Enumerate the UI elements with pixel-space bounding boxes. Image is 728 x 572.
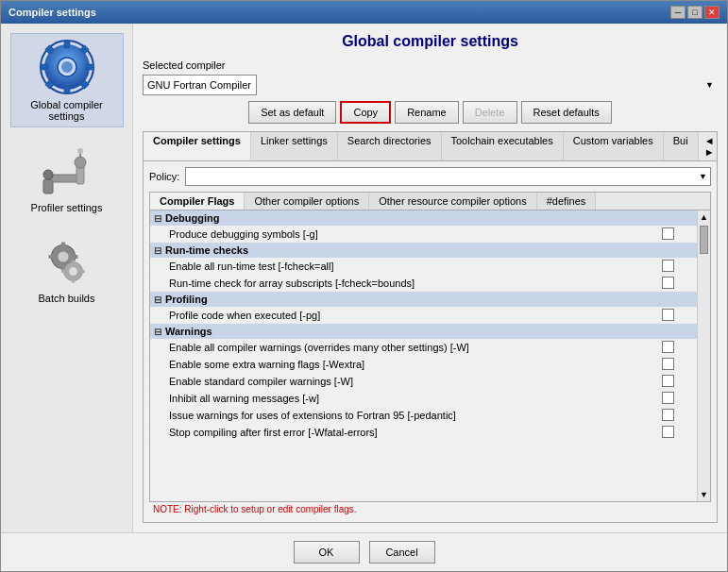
flag-checkbox-inhibit[interactable] (662, 392, 674, 404)
sidebar-label-batch: Batch builds (39, 293, 95, 304)
flag-label: Run-time check for array subscripts [-fc… (169, 278, 662, 289)
flag-checkbox-fcheck-all[interactable] (662, 260, 674, 272)
copy-button[interactable]: Copy (340, 101, 391, 124)
compiler-select-row: GNU Fortran Compiler (143, 75, 718, 95)
sidebar: Global compilersettings Profiler setting… (1, 24, 133, 532)
svg-rect-27 (71, 260, 74, 263)
flag-row: Profile code when executed [-pg] (150, 307, 697, 324)
scroll-thumb[interactable] (700, 226, 708, 254)
svg-rect-2 (64, 41, 70, 48)
tab-custom-variables[interactable]: Custom variables (564, 132, 664, 160)
flag-checkbox-fcheck-bounds[interactable] (662, 277, 674, 289)
debug-label: Debugging (165, 212, 219, 224)
flag-label: Enable standard compiler warnings [-W] (169, 376, 662, 387)
flag-row: Run-time check for array subscripts [-fc… (150, 275, 697, 292)
svg-point-26 (69, 267, 77, 276)
flag-checkbox-wall[interactable] (662, 341, 674, 353)
main-panel: Global compiler settings Selected compil… (133, 24, 727, 532)
flag-checkbox-pedantic[interactable] (662, 409, 674, 421)
ok-button[interactable]: OK (294, 541, 360, 564)
flag-label: Issue warnings for uses of extensions to… (169, 410, 662, 421)
flag-row: Enable all run-time test [-fcheck=all] (150, 258, 697, 275)
svg-rect-5 (86, 64, 93, 70)
content-area: Global compilersettings Profiler setting… (1, 24, 727, 532)
tab-search-directories[interactable]: Search directories (338, 132, 442, 160)
svg-rect-30 (80, 270, 84, 273)
svg-rect-3 (64, 86, 70, 93)
flag-label: Profile code when executed [-pg] (169, 310, 662, 321)
tab-linker-settings[interactable]: Linker settings (251, 132, 338, 160)
tab-toolchain-executables[interactable]: Toolchain executables (442, 132, 564, 160)
window-title: Compiler settings (8, 7, 96, 18)
tab-more-button[interactable]: ◄ ► (699, 132, 718, 160)
svg-rect-12 (43, 179, 53, 193)
svg-point-20 (58, 251, 68, 261)
svg-point-11 (61, 61, 73, 73)
warnings-toggle[interactable]: ⊟ (154, 327, 161, 337)
reset-defaults-button[interactable]: Reset defaults (521, 101, 612, 124)
runtime-label: Run-time checks (165, 244, 248, 256)
flag-row: Produce debugging symbols [-g] (150, 226, 697, 243)
flag-row: Issue warnings for uses of extensions to… (150, 407, 697, 424)
flag-checkbox-debug-symbols[interactable] (662, 227, 674, 240)
policy-select-wrapper (185, 167, 711, 186)
rename-button[interactable]: Rename (395, 101, 459, 124)
selected-compiler-label: Selected compiler (143, 59, 718, 71)
profiling-toggle[interactable]: ⊟ (154, 294, 161, 305)
compiler-select[interactable]: GNU Fortran Compiler (143, 75, 257, 95)
flag-label: Produce debugging symbols [-g] (169, 228, 662, 240)
policy-select[interactable] (185, 167, 711, 186)
set-as-default-button[interactable]: Set as default (248, 101, 336, 124)
tab-compiler-settings[interactable]: Compiler settings (144, 132, 251, 160)
sidebar-item-batch[interactable]: Batch builds (10, 227, 124, 309)
section-warnings: ⊟ Warnings (150, 324, 697, 339)
debug-toggle[interactable]: ⊟ (154, 213, 161, 224)
policy-row: Policy: (149, 167, 711, 186)
title-bar-buttons: ─ □ ✕ (670, 6, 720, 19)
svg-rect-29 (61, 270, 65, 273)
button-row: Set as default Copy Rename Delete Reset … (143, 101, 718, 124)
warnings-label: Warnings (165, 326, 212, 337)
close-button[interactable]: ✕ (704, 6, 720, 19)
flag-checkbox-w[interactable] (662, 375, 674, 387)
inner-tab-other-resource-compiler-options[interactable]: Other resource compiler options (369, 193, 537, 210)
inner-tabs-header: Compiler Flags Other compiler options Ot… (149, 192, 711, 210)
section-debugging: ⊟ Debugging (150, 210, 697, 226)
maximize-button[interactable]: □ (687, 6, 703, 19)
inner-tab-defines[interactable]: #defines (537, 193, 597, 210)
flag-checkbox-wextra[interactable] (662, 358, 674, 370)
svg-rect-23 (48, 255, 53, 259)
dialog-title: Global compiler settings (143, 33, 718, 50)
svg-point-16 (75, 157, 86, 168)
svg-rect-24 (73, 255, 77, 259)
tab-build[interactable]: Bui (664, 132, 699, 160)
outer-tabs-container: Compiler settings Linker settings Search… (143, 131, 718, 523)
sidebar-item-global-compiler[interactable]: Global compilersettings (10, 33, 124, 127)
compiler-select-wrapper: GNU Fortran Compiler (143, 75, 718, 95)
note-text: NOTE: Right-click to setup or edit compi… (149, 502, 711, 516)
bottom-buttons: OK Cancel (1, 532, 727, 571)
cancel-button[interactable]: Cancel (369, 541, 435, 564)
scroll-down[interactable]: ▼ (698, 488, 710, 501)
inner-tab-compiler-flags[interactable]: Compiler Flags (150, 193, 245, 210)
flag-checkbox-pg[interactable] (662, 309, 674, 321)
inner-tab-other-compiler-options[interactable]: Other compiler options (245, 193, 369, 210)
flag-row: Enable standard compiler warnings [-W] (150, 373, 697, 390)
sidebar-item-profiler[interactable]: Profiler settings (10, 137, 124, 218)
flag-label: Enable all run-time test [-fcheck=all] (169, 261, 662, 272)
svg-rect-28 (71, 279, 74, 283)
delete-button[interactable]: Delete (463, 101, 517, 124)
title-bar: Compiler settings ─ □ ✕ (1, 1, 727, 24)
flag-checkbox-fatal-errors[interactable] (662, 426, 674, 438)
flags-scroll-content: ⊟ Debugging Produce debugging symbols [-… (150, 210, 697, 501)
flags-area: ⊟ Debugging Produce debugging symbols [-… (149, 210, 711, 502)
section-profiling: ⊟ Profiling (150, 292, 697, 307)
minimize-button[interactable]: ─ (670, 6, 686, 19)
main-window: Compiler settings ─ □ ✕ (0, 0, 728, 572)
scroll-up[interactable]: ▲ (698, 210, 710, 224)
svg-point-18 (77, 148, 83, 154)
batch-icon (39, 232, 95, 289)
runtime-toggle[interactable]: ⊟ (154, 245, 161, 256)
outer-tabs-header: Compiler settings Linker settings Search… (144, 132, 717, 161)
scrollbar[interactable]: ▲ ▼ (697, 210, 710, 501)
